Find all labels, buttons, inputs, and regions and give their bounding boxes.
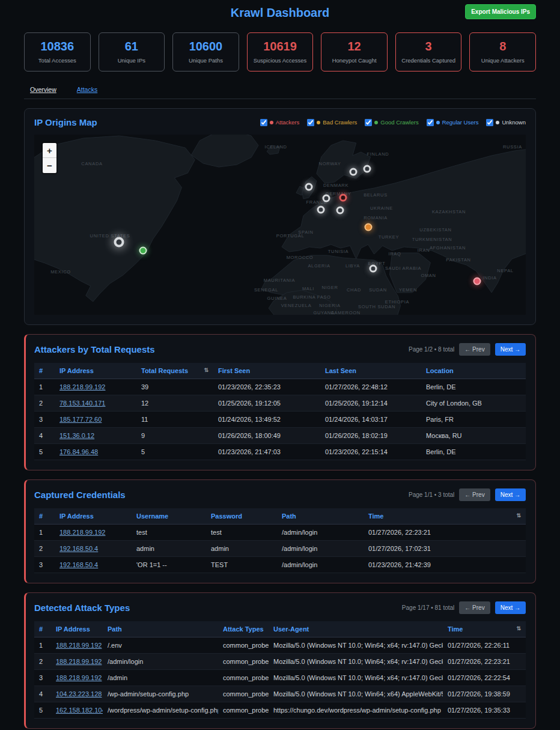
col-header-time[interactable]: ⇅Time	[364, 508, 526, 525]
next-page-button[interactable]: Next →	[495, 601, 526, 614]
col-header-first-seen[interactable]: First Seen	[213, 363, 320, 379]
map-zoom-out-button[interactable]: −	[43, 158, 56, 173]
ip-address-link[interactable]: 192.168.50.4	[59, 561, 98, 568]
credentials-table: # IP Address Username Password Path ⇅Tim…	[34, 508, 526, 573]
next-page-button[interactable]: Next →	[495, 343, 526, 356]
col-header-index[interactable]: #	[34, 621, 51, 637]
ip-address-link[interactable]: 104.23.223.128	[56, 690, 102, 698]
stat-suspicious-accesses: 10619 Suspicious Accesses	[247, 32, 314, 71]
sort-icon[interactable]: ⇅	[516, 513, 521, 519]
tab-bar: Overview Attacks	[24, 86, 536, 99]
world-map[interactable]: + − CANADAUNITED STATESMEXICOICELANDNORW…	[34, 135, 526, 315]
export-malicious-ips-button[interactable]: Export Malicious IPs	[465, 4, 536, 19]
map-marker-unknown[interactable]	[364, 165, 371, 173]
prev-page-button[interactable]: ← Prev	[459, 343, 490, 356]
map-marker-attacker[interactable]	[339, 194, 347, 202]
sort-icon[interactable]: ⇅	[516, 625, 521, 631]
ip-address-link[interactable]: 188.218.99.192	[56, 674, 102, 681]
attackers-pager: Page 1/2 • 8 total ← Prev Next →	[409, 343, 526, 356]
stat-label: Credentials Captured	[398, 57, 459, 64]
map-marker-unknown[interactable]	[336, 207, 344, 214]
map-marker-unknown[interactable]	[305, 183, 313, 191]
ip-address-link[interactable]: 188.218.99.192	[56, 642, 102, 649]
col-header-user-agent[interactable]: User-Agent	[269, 621, 443, 637]
map-marker-unknown[interactable]	[350, 168, 358, 176]
stat-label: Unique IPs	[102, 57, 162, 64]
col-header-ip[interactable]: IP Address	[55, 508, 132, 525]
tab-attacks[interactable]: Attacks	[77, 86, 97, 93]
stat-unique-ips: 61 Unique IPs	[99, 32, 165, 71]
legend-checkbox[interactable]	[307, 119, 314, 126]
col-header-attack-types[interactable]: Attack Types	[218, 621, 269, 637]
ip-address-link[interactable]: 185.177.72.60	[59, 416, 102, 423]
table-header-row: # IP Address Path Attack Types User-Agen…	[34, 621, 526, 637]
col-header-path[interactable]: Path	[103, 621, 218, 637]
tab-overview[interactable]: Overview	[30, 86, 56, 93]
col-header-time[interactable]: ⇅Time	[443, 621, 526, 637]
table-row: 1 188.218.99.192 /.env common_probes Moz…	[34, 637, 526, 654]
table-row: 2 192.168.50.4 admin admin /admin/login …	[34, 541, 526, 557]
page-title: Krawl Dashboard	[24, 6, 536, 20]
ip-address-link[interactable]: 162.158.182.104	[56, 707, 103, 714]
col-header-location[interactable]: Location	[421, 363, 526, 379]
legend-item-good-crawlers[interactable]: Good Crawlers	[365, 119, 418, 126]
legend-checkbox[interactable]	[365, 119, 372, 126]
ip-address-link[interactable]: 151.36.0.12	[59, 432, 94, 439]
attack-types-title: Detected Attack Types	[34, 603, 130, 613]
sort-icon[interactable]: ⇅	[204, 367, 208, 373]
table-row: 3 192.168.50.4 'OR 1=1 -- TEST /admin/lo…	[34, 557, 526, 573]
stat-label: Suspicious Accesses	[250, 57, 311, 64]
map-card: IP Origins Map AttackersBad CrawlersGood…	[24, 108, 536, 325]
table-row: 4 151.36.0.12 9 01/26/2026, 18:00:49 01/…	[34, 428, 526, 444]
map-marker-attacker[interactable]	[473, 278, 481, 285]
legend-item-attackers[interactable]: Attackers	[260, 119, 300, 126]
legend-item-unknown[interactable]: Unknown	[486, 119, 526, 126]
map-marker-unknown[interactable]	[323, 195, 330, 202]
col-header-password[interactable]: Password	[206, 508, 277, 525]
col-header-path[interactable]: Path	[277, 508, 364, 525]
ip-address-link[interactable]: 78.153.140.171	[59, 400, 105, 407]
ip-address-link[interactable]: 188.218.99.192	[59, 529, 105, 536]
topbar: Krawl Dashboard Export Malicious IPs	[24, 0, 536, 25]
legend-dot-icon	[317, 121, 320, 124]
prev-page-button[interactable]: ← Prev	[459, 488, 490, 501]
table-row: 4 104.23.223.128 /wp-admin/setup-config.…	[34, 686, 526, 702]
legend-dot-icon	[436, 121, 440, 124]
ip-address-link[interactable]: 176.84.96.48	[59, 448, 98, 455]
map-marker-unknown[interactable]	[114, 237, 124, 248]
attackers-table: # IP Address ⇅Total Requests First Seen …	[34, 363, 526, 460]
col-header-last-seen[interactable]: Last Seen	[320, 363, 421, 379]
ip-address-link[interactable]: 192.168.50.4	[59, 545, 98, 552]
col-header-total-requests[interactable]: ⇅Total Requests	[136, 363, 213, 379]
world-map-svg	[34, 135, 526, 315]
col-header-ip[interactable]: IP Address	[55, 363, 136, 379]
table-row: 1 188.218.99.192 39 01/23/2026, 22:35:23…	[34, 379, 526, 395]
legend-checkbox[interactable]	[427, 119, 434, 126]
stat-value: 61	[102, 40, 162, 53]
col-header-username[interactable]: Username	[132, 508, 206, 525]
prev-page-button[interactable]: ← Prev	[459, 601, 490, 614]
map-marker-unknown[interactable]	[317, 206, 325, 214]
col-header-ip[interactable]: IP Address	[51, 621, 103, 637]
map-marker-good[interactable]	[139, 247, 147, 255]
ip-address-link[interactable]: 188.218.99.192	[56, 658, 102, 665]
legend-checkbox[interactable]	[486, 119, 493, 126]
map-legend: AttackersBad CrawlersGood CrawlersRegula…	[260, 119, 526, 126]
stat-label: Honeypot Caught	[324, 57, 385, 64]
map-marker-bad[interactable]	[365, 224, 373, 231]
credentials-title: Captured Credentials	[34, 490, 126, 500]
next-page-button[interactable]: Next →	[495, 488, 526, 501]
attack-types-pager: Page 1/17 • 81 total ← Prev Next →	[402, 601, 526, 614]
legend-item-bad-crawlers[interactable]: Bad Crawlers	[307, 119, 357, 126]
col-header-index[interactable]: #	[34, 508, 55, 525]
table-row: 1 188.218.99.192 test test /admin/login …	[34, 525, 526, 541]
ip-address-link[interactable]: 188.218.99.192	[59, 383, 105, 391]
stat-honeypot-caught: 12 Honeypot Caught	[321, 32, 388, 71]
legend-checkbox[interactable]	[260, 119, 267, 126]
legend-item-regular-users[interactable]: Regular Users	[427, 119, 479, 126]
map-marker-unknown[interactable]	[370, 265, 377, 273]
stat-label: Total Accesses	[27, 57, 88, 64]
col-header-index[interactable]: #	[34, 363, 55, 379]
legend-label: Bad Crawlers	[323, 119, 357, 126]
map-zoom-in-button[interactable]: +	[43, 143, 56, 158]
